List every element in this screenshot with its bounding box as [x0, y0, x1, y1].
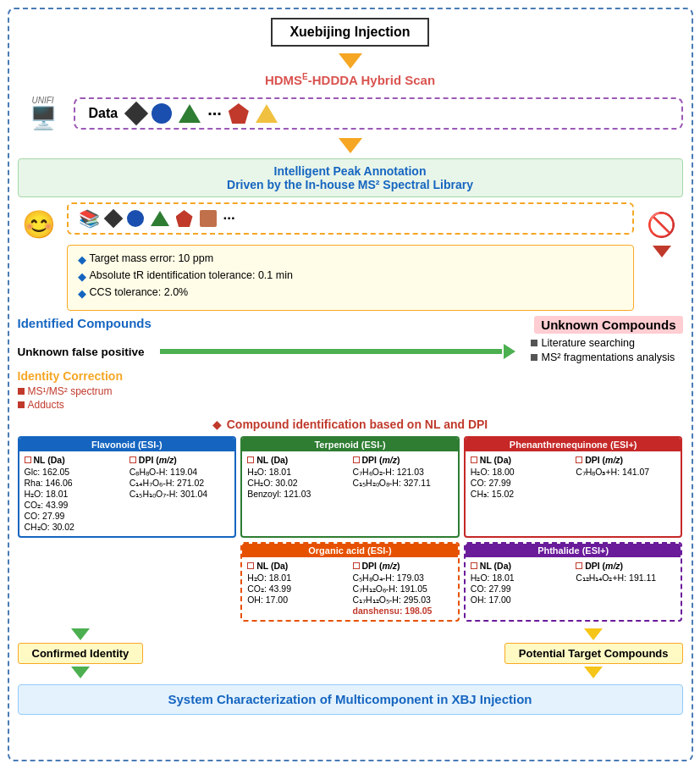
- circle-blue-shape: [152, 103, 172, 124]
- confirmed-box: Confirmed Identity: [18, 643, 144, 664]
- terpenoid-dpi-col: DPI (m/z) C₇H₆O₂-H: 121.03 C₁₅H₂₀O₈-H: 3…: [353, 455, 453, 500]
- data-label: Data: [89, 106, 119, 121]
- empty-left: [18, 542, 237, 622]
- id-unknown-row: Identified Compounds Unknown Compounds: [18, 316, 683, 334]
- criterion-3: ◆ CCS tolerance: 2.0%: [78, 286, 623, 300]
- organic-acid-nl-col: NL (Da) H₂O: 18.01 CO₂: 43.99 OH: 17.00: [247, 561, 347, 617]
- top-section: Xuebijing Injection HDMSE-HDDDA Hybrid S…: [18, 18, 683, 89]
- dpi-sq-3: [576, 456, 582, 463]
- bullet-sq-2: [18, 401, 25, 408]
- annotation-line2: Driven by the In-house MS² Spectral Libr…: [30, 178, 670, 191]
- arrow-down-2: [339, 138, 362, 153]
- phenanthrene-dpi-col: DPI (m/z) C₇H₈O₃+H: 141.07: [576, 455, 675, 500]
- unknown-detail-2: MS² fragmentations analysis: [531, 351, 675, 363]
- triangle-green-shape: [179, 104, 201, 123]
- compound-phenanthrenequinone: Phenanthrenequinone (ESI+) NL (Da) H₂O: …: [464, 436, 683, 538]
- confirmed-label: Confirmed Identity: [32, 647, 130, 660]
- organic-acid-header: Organic acid (ESI-): [242, 544, 458, 557]
- compound-flavonoid: Flavonoid (ESI-) NL (Da) Glc: 162.05 Rha…: [18, 436, 237, 538]
- dpi-sq-4: [353, 562, 360, 569]
- hdms-label: HDMSE-HDDDA Hybrid Scan: [265, 72, 435, 87]
- compound-terpenoid: Terpenoid (ESI-) NL (Da) H₂O: 18.01 CH₂O…: [240, 436, 460, 538]
- tri-lib: [151, 211, 169, 226]
- dpi-sq-2: [353, 456, 360, 463]
- identified-label: Identified Compounds: [18, 316, 152, 330]
- dpi-label: Compound identification based on NL and …: [227, 418, 488, 431]
- no-symbol-icon: 🚫: [647, 211, 676, 239]
- annotation-box: Intelligent Peak Annotation Driven by th…: [18, 158, 683, 197]
- circle-lib: [127, 210, 144, 227]
- phenanthrene-header: Phenanthrenequinone (ESI+): [466, 438, 681, 451]
- phthalide-dpi-col: DPI (m/z) C₁₂H₁₄O₂+H: 191.11: [576, 561, 675, 606]
- flavonoid-nl-col: NL (Da) Glc: 162.05 Rha: 146.06 H₂O: 18.…: [25, 455, 124, 533]
- identity-items: MS¹/MS² spectrum Adducts: [18, 385, 153, 411]
- nl-sq-3: [471, 456, 477, 463]
- unknown-label: Unknown Compounds: [534, 316, 682, 334]
- arrow-confirmed-2: [71, 667, 90, 678]
- diamond-lib: [103, 209, 123, 229]
- compound-phthalide: Phthalide (ESI+) NL (Da) H₂O: 18.01 CO: …: [464, 542, 683, 622]
- nl-sq-2: [247, 456, 254, 463]
- title-text: Xuebijing Injection: [289, 25, 410, 39]
- data-row: Data ···: [74, 97, 683, 130]
- unknown-detail-2-text: MS² fragmentations analysis: [542, 351, 675, 363]
- bullet-1: ◆: [78, 253, 86, 266]
- square-bullet-1: [531, 340, 537, 346]
- organic-acid-dpi-col: DPI (m/z) C₅H₈O₄-H: 179.03 C₇H₁₂O₆-H: 19…: [353, 561, 453, 617]
- identity-correction-label: Identity Correction: [18, 369, 153, 383]
- phenanthrene-nl-col: NL (Da) H₂O: 18.00 CO: 27.99 CH₃: 15.02: [471, 455, 570, 500]
- flavonoid-dpi-col: DPI (m/z) C₈H₈O-H: 119.04 C₁₄H₇O₆-H: 271…: [130, 455, 229, 533]
- arrow-right-green: [160, 345, 515, 358]
- danshensu-row: danshensu: 198.05: [353, 606, 453, 616]
- triangle-yellow-shape: [256, 104, 278, 123]
- book-icon: 📚: [79, 208, 100, 229]
- identity-unknown-row: Identity Correction MS¹/MS² spectrum Add…: [18, 369, 683, 412]
- potential-label: Potential Target Compounds: [519, 647, 669, 660]
- diamond-red-icon: ◆: [212, 418, 222, 431]
- pent-lib: [176, 210, 193, 227]
- arrow-down-1: [339, 53, 362, 69]
- phthalide-header: Phthalide (ESI+): [466, 544, 681, 557]
- xuebijing-box: Xuebijing Injection: [271, 18, 428, 47]
- unknown-detail-1-text: Literature searching: [542, 337, 635, 349]
- criteria-box: ◆ Target mass error: 10 ppm ◆ Absolute t…: [67, 245, 634, 311]
- smiley-col: 😊: [18, 202, 60, 238]
- dpi-header-row: ◆ Compound identification based on NL an…: [18, 418, 683, 431]
- false-positive-row: Unknown false positive Literature search…: [18, 337, 683, 366]
- identity-col: Identity Correction MS¹/MS² spectrum Add…: [18, 369, 153, 412]
- bullet-2: ◆: [78, 270, 86, 283]
- criterion-2: ◆ Absolute tR identification tolerance: …: [78, 269, 623, 283]
- nl-sq-1: [25, 456, 31, 463]
- terpenoid-nl-col: NL (Da) H₂O: 18.01 CH₂O: 30.02 Benzoyl: …: [247, 455, 347, 500]
- compound-organic-acid: Organic acid (ESI-) NL (Da) H₂O: 18.01 C…: [240, 542, 460, 622]
- criterion-1-text: Target mass error: 10 ppm: [90, 252, 214, 264]
- bullet-3: ◆: [78, 287, 86, 300]
- bullet-sq-1: [18, 388, 25, 395]
- arrow-confirmed: [71, 628, 90, 640]
- flavonoid-header: Flavonoid (ESI-): [19, 438, 235, 451]
- arrow-potential-2: [584, 667, 603, 678]
- machine-icon: 🖥️: [18, 105, 69, 131]
- identity-item-2: Adducts: [18, 399, 153, 411]
- criterion-1: ◆ Target mass error: 10 ppm: [78, 252, 623, 266]
- unknown-detail-1: Literature searching: [531, 337, 635, 349]
- dpi-sq-5: [576, 562, 582, 569]
- nl-sq-4: [247, 562, 254, 569]
- square-bullet-2: [531, 354, 537, 361]
- square-lib: [200, 210, 217, 227]
- system-char-box: System Characterization of Multicomponen…: [18, 684, 683, 715]
- library-row: 📚 ···: [67, 202, 634, 235]
- system-char-text: System Characterization of Multicomponen…: [168, 692, 532, 706]
- middle-section: 😊 📚 ··· ◆ Target mass error: 10 ppm: [18, 202, 683, 311]
- false-positive-text: Unknown false positive: [18, 346, 145, 358]
- arrow-down-red: [653, 246, 671, 257]
- dpi-sq-1: [130, 456, 136, 463]
- terpenoid-header: Terpenoid (ESI-): [242, 438, 458, 451]
- diamond-shape: [124, 102, 148, 125]
- confirm-potential-row: Confirmed Identity Potential Target Comp…: [18, 626, 683, 681]
- potential-box: Potential Target Compounds: [504, 643, 683, 664]
- main-container: Xuebijing Injection HDMSE-HDDDA Hybrid S…: [8, 8, 693, 761]
- identity-item-1: MS¹/MS² spectrum: [18, 385, 153, 397]
- dots-lib: ···: [223, 210, 235, 227]
- criterion-2-text: Absolute tR identification tolerance: 0.…: [90, 269, 293, 281]
